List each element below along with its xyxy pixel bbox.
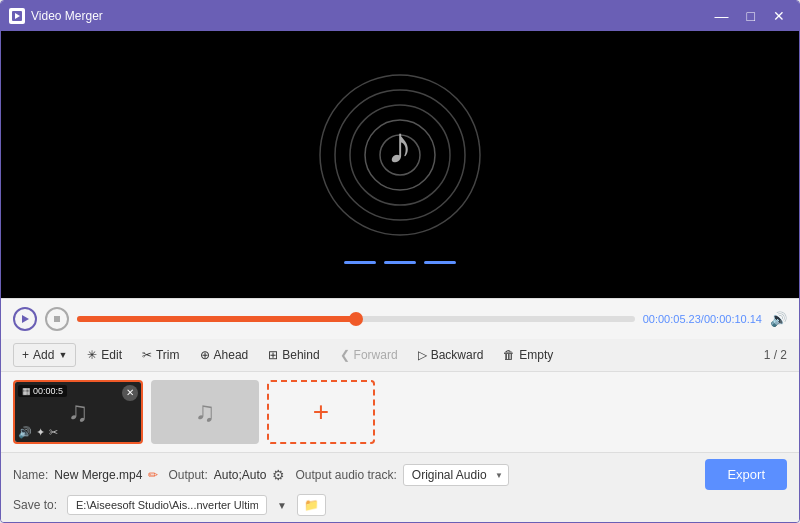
maximize-button[interactable]: □ [741,7,761,25]
edit-button[interactable]: ✳ Edit [78,343,131,367]
app-window: Video Merger — □ ✕ ♪ [0,0,800,523]
time-display: 00:00:05.23/00:00:10.14 [643,313,762,325]
close-button[interactable]: ✕ [767,7,791,25]
folder-icon: 📁 [304,498,319,512]
bottom-bar: Name: New Merge.mp4 ✏ Output: Auto;Auto … [1,452,799,522]
ahead-button[interactable]: ⊕ Ahead [191,343,258,367]
behind-icon: ⊞ [268,348,278,362]
add-dropdown-icon[interactable]: ▼ [58,350,67,360]
clip-time-1: 00:00:5 [33,386,63,396]
progress-thumb [349,312,363,326]
progress-fill [77,316,356,322]
backward-button[interactable]: ▷ Backward [409,343,493,367]
audio-track-label: Output audio track: [295,468,396,482]
time-total: 00:00:10.14 [704,313,762,325]
backward-label: Backward [431,348,484,362]
empty-label: Empty [519,348,553,362]
scissors-icon: ✂ [142,348,152,362]
audio-track-field: Output audio track: Original Audio [295,464,508,486]
add-button[interactable]: + Add ▼ [13,343,76,367]
audio-track-select-wrapper: Original Audio [403,464,509,486]
name-label: Name: [13,468,48,482]
backward-icon: ▷ [418,348,427,362]
clip-music-note-2: ♫ [195,396,216,428]
toolbar: + Add ▼ ✳ Edit ✂ Trim ⊕ Ahead ⊞ Behind ❮… [1,339,799,372]
stop-button[interactable] [45,307,69,331]
clip-time-badge-1: ▦ 00:00:5 [18,385,67,397]
dash-line [344,261,456,264]
empty-button[interactable]: 🗑 Empty [494,343,562,367]
clip-thumbnail-1: ♫ ▦ 00:00:5 ✕ 🔊 ✦ ✂ [15,382,141,442]
time-current: 00:00:05.23 [643,313,701,325]
title-bar: Video Merger — □ ✕ [1,1,799,31]
window-title: Video Merger [31,9,709,23]
save-path-input[interactable] [67,495,267,515]
window-controls: — □ ✕ [709,7,791,25]
dash-3 [424,261,456,264]
export-button[interactable]: Export [705,459,787,490]
clip-item-1[interactable]: ♫ ▦ 00:00:5 ✕ 🔊 ✦ ✂ [13,380,143,444]
bottom-row-1: Name: New Merge.mp4 ✏ Output: Auto;Auto … [13,459,787,490]
trash-icon: 🗑 [503,348,515,362]
plus-icon: + [22,348,29,362]
dash-1 [344,261,376,264]
clip-grid-icon-1: ▦ [22,386,31,396]
clip-audio-icon-1: 🔊 [18,426,32,439]
add-clip-button[interactable]: + [267,380,375,444]
play-button[interactable] [13,307,37,331]
page-count: 1 / 2 [764,348,787,362]
music-visual: ♪ [310,65,490,245]
name-field: Name: New Merge.mp4 ✏ [13,468,158,482]
ahead-icon: ⊕ [200,348,210,362]
output-field: Output: Auto;Auto ⚙ [168,467,285,483]
app-icon [9,8,25,24]
bottom-row-2: Save to: ▼ 📁 [13,494,787,516]
forward-icon: ❮ [340,348,350,362]
timeline-area: ♫ ▦ 00:00:5 ✕ 🔊 ✦ ✂ ♫ + [1,372,799,452]
progress-bar[interactable] [77,316,635,322]
add-clip-plus-icon: + [313,398,329,426]
audio-track-select[interactable]: Original Audio [403,464,509,486]
name-edit-icon[interactable]: ✏ [148,468,158,482]
video-content: ♪ [310,65,490,264]
dash-2 [384,261,416,264]
output-label: Output: [168,468,207,482]
volume-icon[interactable]: 🔊 [770,311,787,327]
svg-marker-6 [22,315,29,323]
video-preview: ♪ [1,31,799,298]
clip-cut-icon-1: ✂ [49,426,58,439]
svg-rect-7 [54,316,60,322]
trim-label: Trim [156,348,180,362]
clip-music-note-1: ♫ [68,396,89,428]
music-note-icon: ♪ [387,115,413,175]
sparkle-icon: ✳ [87,348,97,362]
save-label: Save to: [13,498,57,512]
clip-star-icon-1: ✦ [36,426,45,439]
clip-actions-1: 🔊 ✦ ✂ [18,426,58,439]
browse-folder-button[interactable]: 📁 [297,494,326,516]
ahead-label: Ahead [214,348,249,362]
clip-item-2[interactable]: ♫ [151,380,259,444]
forward-label: Forward [354,348,398,362]
behind-button[interactable]: ⊞ Behind [259,343,328,367]
gear-icon[interactable]: ⚙ [272,467,285,483]
edit-label: Edit [101,348,122,362]
forward-button[interactable]: ❮ Forward [331,343,407,367]
playback-controls: 00:00:05.23/00:00:10.14 🔊 [1,298,799,339]
minimize-button[interactable]: — [709,7,735,25]
output-value: Auto;Auto [214,468,267,482]
save-path-dropdown-icon[interactable]: ▼ [277,500,287,511]
behind-label: Behind [282,348,319,362]
trim-button[interactable]: ✂ Trim [133,343,189,367]
name-value: New Merge.mp4 [54,468,142,482]
add-label: Add [33,348,54,362]
clip-remove-btn-1[interactable]: ✕ [122,385,138,401]
